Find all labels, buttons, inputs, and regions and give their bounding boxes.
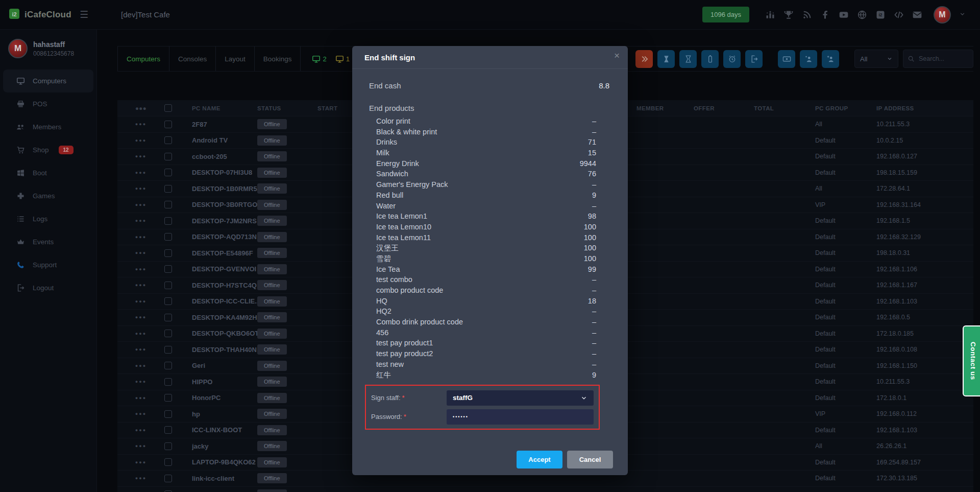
accept-button[interactable]: Accept (517, 451, 562, 468)
youtube-icon[interactable] (838, 9, 849, 20)
row-menu-icon[interactable]: ●●● (117, 122, 164, 127)
brand[interactable]: i2 iCafeCloud (0, 8, 77, 22)
end-product-row: 红牛 9 (376, 370, 596, 381)
row-menu-icon[interactable]: ●●● (117, 347, 164, 352)
sign-staff-select[interactable]: staffG (447, 390, 594, 406)
row-checkbox[interactable] (164, 265, 192, 273)
row-checkbox[interactable] (164, 121, 192, 128)
hamburger-icon[interactable]: ☰ (80, 9, 88, 20)
row-checkbox[interactable] (164, 362, 192, 369)
row-checkbox[interactable] (164, 136, 192, 144)
row-checkbox[interactable] (164, 426, 192, 434)
trophy-icon[interactable] (783, 9, 794, 20)
code-icon[interactable] (893, 9, 904, 20)
add-member-star-button[interactable] (800, 50, 817, 68)
end-product-row: test new – (376, 359, 596, 370)
sidebar-item-events[interactable]: Events (3, 230, 93, 253)
contact-us-button[interactable]: Contact us (963, 325, 980, 396)
table-row[interactable]: ●●● Offline Default 192.168.1.1 (117, 487, 973, 492)
row-menu-icon[interactable]: ●●● (117, 299, 164, 304)
row-menu-icon[interactable]: ●●● (117, 105, 164, 111)
row-menu-icon[interactable]: ●●● (117, 379, 164, 384)
avatar[interactable]: M (934, 6, 951, 24)
pc-name: DESKTOP-AQD713N (192, 233, 257, 241)
orange-action-button[interactable] (635, 50, 653, 68)
icafecloud-mark-icon[interactable]: i2 (875, 9, 886, 20)
add-member-button[interactable] (822, 50, 839, 68)
sidebar-item-boot[interactable]: Boot (3, 161, 93, 184)
password-input[interactable]: •••••• (447, 409, 594, 425)
pc-name: HonorPC (192, 394, 257, 402)
rss-icon[interactable] (801, 9, 812, 20)
chevron-down-icon[interactable] (959, 10, 966, 19)
row-checkbox[interactable] (164, 169, 192, 176)
row-checkbox[interactable] (164, 185, 192, 193)
battery-button[interactable] (701, 50, 719, 68)
row-checkbox[interactable] (164, 249, 192, 257)
sidebar-item-support[interactable]: Support (3, 253, 93, 276)
row-checkbox[interactable] (164, 458, 192, 466)
row-menu-icon[interactable]: ●●● (117, 460, 164, 465)
row-menu-icon[interactable]: ●●● (117, 202, 164, 207)
mail-icon[interactable] (912, 9, 922, 20)
row-checkbox[interactable] (164, 314, 192, 321)
ranking-icon[interactable] (765, 9, 775, 20)
days-remaining-button[interactable]: 1096 days (702, 7, 749, 22)
row-checkbox[interactable] (164, 410, 192, 418)
row-menu-icon[interactable]: ●●● (117, 331, 164, 336)
tab-consoles[interactable]: Consoles (169, 46, 216, 71)
row-checkbox[interactable] (164, 233, 192, 241)
row-checkbox[interactable] (164, 442, 192, 450)
row-menu-icon[interactable]: ●●● (117, 170, 164, 175)
tab-computers[interactable]: Computers (117, 46, 169, 71)
row-menu-icon[interactable]: ●●● (117, 235, 164, 240)
end-product-row: Ice tea Lemon10 100 (376, 222, 596, 232)
hourglass-filled-button[interactable] (657, 50, 675, 68)
tab-bookings[interactable]: Bookings (255, 46, 301, 71)
row-menu-icon[interactable]: ●●● (117, 411, 164, 416)
select-all-checkbox[interactable] (164, 104, 192, 112)
pc-group-filter-select[interactable]: All (854, 50, 898, 68)
sidebar-item-members[interactable]: Members (3, 115, 93, 138)
sidebar-item-logout[interactable]: Logout (3, 276, 93, 299)
close-icon[interactable]: × (614, 50, 620, 61)
row-checkbox[interactable] (164, 201, 192, 208)
row-menu-icon[interactable]: ●●● (117, 267, 164, 272)
row-menu-icon[interactable]: ●●● (117, 283, 164, 288)
row-checkbox[interactable] (164, 282, 192, 289)
search-input[interactable] (918, 55, 969, 63)
row-menu-icon[interactable]: ●●● (117, 186, 164, 191)
row-checkbox[interactable] (164, 378, 192, 386)
row-menu-icon[interactable]: ●●● (117, 218, 164, 223)
row-menu-icon[interactable]: ●●● (117, 363, 164, 368)
hourglass-button[interactable] (679, 50, 697, 68)
cancel-button[interactable]: Cancel (567, 451, 613, 468)
sidebar-item-logs[interactable]: Logs (3, 207, 93, 230)
row-checkbox[interactable] (164, 217, 192, 225)
cash-button[interactable] (778, 50, 795, 68)
row-checkbox[interactable] (164, 475, 192, 482)
row-menu-icon[interactable]: ●●● (117, 315, 164, 320)
pc-name: link-icc-client (192, 475, 257, 482)
facebook-icon[interactable] (820, 9, 830, 20)
row-checkbox[interactable] (164, 394, 192, 402)
row-menu-icon[interactable]: ●●● (117, 476, 164, 481)
row-menu-icon[interactable]: ●●● (117, 395, 164, 401)
row-checkbox[interactable] (164, 346, 192, 354)
row-menu-icon[interactable]: ●●● (117, 154, 164, 159)
row-checkbox[interactable] (164, 297, 192, 305)
row-menu-icon[interactable]: ●●● (117, 443, 164, 449)
sidebar-item-games[interactable]: Games (3, 184, 93, 207)
row-checkbox[interactable] (164, 153, 192, 160)
sidebar-item-computers[interactable]: Computers (3, 69, 93, 92)
checkout-button[interactable] (745, 50, 763, 68)
row-menu-icon[interactable]: ●●● (117, 428, 164, 433)
sidebar-item-shop[interactable]: Shop 12 (3, 138, 93, 161)
sidebar-item-pos[interactable]: POS (3, 92, 93, 115)
row-menu-icon[interactable]: ●●● (117, 138, 164, 143)
globe-icon[interactable] (856, 9, 867, 20)
alarm-button[interactable] (723, 50, 741, 68)
tab-layout[interactable]: Layout (216, 46, 255, 71)
row-menu-icon[interactable]: ●●● (117, 250, 164, 255)
row-checkbox[interactable] (164, 330, 192, 337)
